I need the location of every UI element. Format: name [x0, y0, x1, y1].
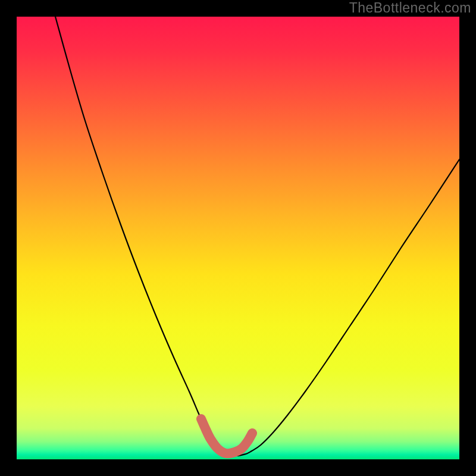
watermark-text: TheBottleneck.com [349, 0, 471, 16]
chart-root: TheBottleneck.com [0, 0, 476, 476]
bottleneck-curve [55, 17, 459, 456]
plot-area [17, 17, 459, 459]
curve-layer [17, 17, 459, 459]
optimum-highlight [201, 419, 252, 453]
